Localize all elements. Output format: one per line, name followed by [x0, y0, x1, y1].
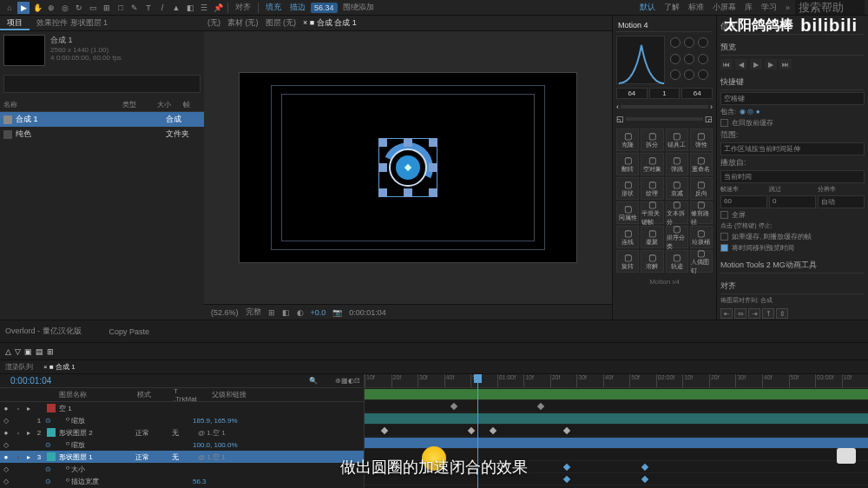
tab-effect-controls[interactable]: 效果控件 形状图层 1: [30, 16, 115, 30]
motion-button[interactable]: ▢平滑关键帧: [641, 201, 663, 224]
ease-out-val[interactable]: 64: [681, 88, 713, 99]
motion-button[interactable]: ▢排序分类: [666, 226, 688, 248]
timeline-layer-row[interactable]: ●•▸空 1: [0, 402, 364, 414]
motion-button[interactable]: ▢空对象: [641, 153, 663, 175]
next-frame-icon[interactable]: ▶: [765, 59, 777, 69]
motion-button[interactable]: ▢连线: [616, 226, 639, 248]
transform-handle[interactable]: [378, 163, 387, 172]
workspace-small[interactable]: 小屏幕: [709, 2, 740, 13]
composition-viewer[interactable]: [204, 31, 612, 304]
ease-slider[interactable]: [621, 105, 708, 109]
mask-icon[interactable]: ◧: [282, 308, 290, 317]
type-tool-icon[interactable]: T: [142, 2, 155, 14]
keyframe-icon[interactable]: [468, 427, 475, 434]
motion-button[interactable]: ▢重命名: [690, 153, 713, 175]
rect-tool-icon[interactable]: □: [115, 2, 127, 14]
time-ruler[interactable]: 10f20f30f40f50f01:00f10f20f30f40f50f02:0…: [365, 374, 868, 388]
keyframe-icon[interactable]: [563, 464, 570, 471]
stroke-width[interactable]: 56.34: [311, 3, 338, 13]
motion-button[interactable]: ▢同属性: [616, 201, 639, 224]
speed-slider[interactable]: [626, 117, 703, 121]
camera-tool-icon[interactable]: ▭: [87, 2, 99, 14]
channel-icon[interactable]: ◐: [297, 308, 304, 317]
add-label[interactable]: 围绕添加: [339, 2, 378, 13]
workspace-default[interactable]: 默认: [636, 2, 659, 13]
motion-button[interactable]: ▢反向: [690, 177, 713, 200]
copypaste-tab[interactable]: Copy Paste: [109, 327, 150, 336]
col-size[interactable]: 大小: [157, 100, 183, 109]
ease-mid-val[interactable]: 1: [649, 88, 681, 99]
align-hcenter-icon[interactable]: ⇔: [734, 308, 746, 319]
keyframe-icon[interactable]: [641, 464, 648, 471]
motion-button[interactable]: ▢旋转: [616, 250, 639, 273]
exposure-value[interactable]: +0.0: [311, 308, 326, 317]
layer-bar[interactable]: [365, 413, 868, 424]
motion-button[interactable]: ▢弹性: [690, 129, 713, 151]
selection-tool-icon[interactable]: ▶: [17, 2, 30, 14]
workspace-study[interactable]: 学习: [758, 2, 780, 13]
slider-icon[interactable]: ◲: [705, 115, 713, 123]
motion-button[interactable]: ▢垃圾桶: [690, 226, 713, 248]
transform-handle[interactable]: [378, 188, 387, 197]
overlord-tab[interactable]: Overlord - 量亿汉化版: [5, 326, 82, 337]
tab-project[interactable]: 项目: [0, 16, 30, 30]
rotate-tool-icon[interactable]: ↻: [73, 2, 85, 14]
pen-tool-icon[interactable]: ✎: [128, 2, 141, 14]
project-item-solids[interactable]: 纯色 文件夹: [0, 127, 204, 142]
keyframe-icon[interactable]: [537, 403, 544, 410]
keyframe-icon[interactable]: [381, 427, 388, 434]
transform-handle[interactable]: [429, 138, 437, 147]
col-trkmat[interactable]: T .TrkMat: [168, 387, 207, 403]
play-cached-checkbox[interactable]: [720, 233, 728, 241]
fps-field[interactable]: 60: [720, 195, 767, 208]
timeline-layer-row[interactable]: ◇1⊙ᴼ 缩放185.9, 165.9%: [0, 414, 364, 426]
motion-button[interactable]: ▢纹理: [641, 177, 663, 200]
fullscreen-checkbox[interactable]: [720, 211, 728, 219]
col-parent[interactable]: 父级和链接: [207, 390, 252, 399]
timeline-layer-row[interactable]: ◇⊙ᴼ 缩放100.0, 100.0%: [0, 439, 364, 451]
transform-handle[interactable]: [404, 138, 412, 147]
tl-tool-icon[interactable]: ▽: [15, 347, 21, 356]
motion-button[interactable]: ▢克隆: [616, 129, 639, 151]
workspace-standard[interactable]: 标准: [685, 2, 707, 13]
easing-preset[interactable]: [698, 69, 708, 80]
workspace-lib[interactable]: 库: [741, 2, 756, 13]
comp-tab-none1[interactable]: (无): [207, 17, 220, 29]
composition-canvas[interactable]: [239, 72, 577, 263]
motion-button[interactable]: ▢文本拆分: [666, 201, 688, 224]
last-frame-icon[interactable]: ⏭: [779, 59, 792, 69]
easing-preset[interactable]: [684, 54, 694, 64]
transform-handle[interactable]: [404, 188, 412, 197]
easing-preset[interactable]: [698, 37, 708, 48]
puppet-tool-icon[interactable]: 📌: [212, 2, 224, 14]
tl-icon[interactable]: ▦: [341, 377, 348, 385]
motion-button[interactable]: ▢溶解: [641, 250, 663, 273]
orbit-tool-icon[interactable]: ◎: [59, 2, 71, 14]
current-time[interactable]: 0:00:01:04: [3, 376, 58, 386]
first-frame-icon[interactable]: ⏮: [720, 59, 733, 69]
easing-preset[interactable]: [670, 54, 681, 64]
motion-button[interactable]: ▢轨迹: [666, 250, 688, 273]
eraser-tool-icon[interactable]: ◧: [184, 2, 196, 14]
motion-button[interactable]: ▢修剪路径: [690, 201, 713, 224]
render-queue-tab[interactable]: 渲染队列: [5, 362, 33, 372]
col-name[interactable]: 名称: [3, 100, 122, 109]
project-search-input[interactable]: [3, 75, 201, 93]
skip-field[interactable]: 0: [769, 195, 816, 208]
align-right-icon[interactable]: ⇥: [748, 308, 760, 319]
timeline-comp-tab[interactable]: × ■ 合成 1: [43, 362, 76, 372]
range-dropdown[interactable]: 工作区域按当前时间延伸: [720, 142, 865, 155]
keyframe-icon[interactable]: [490, 427, 496, 434]
tl-icon[interactable]: ⊕: [335, 377, 341, 385]
workspace-learn[interactable]: 了解: [661, 2, 683, 13]
tl-tool-icon[interactable]: ⊞: [47, 347, 54, 356]
motion-button[interactable]: ▢形状: [616, 177, 639, 200]
tl-tool-icon[interactable]: △: [5, 347, 11, 356]
easing-preset[interactable]: [670, 69, 681, 80]
motion-button[interactable]: ▢翻转: [616, 153, 639, 175]
motion-button[interactable]: ▢拆分: [641, 129, 663, 151]
project-item-comp[interactable]: 合成 1 合成: [0, 112, 204, 127]
comp-tab-active[interactable]: × ■ 合成 合成 1: [303, 17, 357, 29]
tl-search-icon[interactable]: 🔍: [309, 377, 318, 385]
keyframe-icon[interactable]: [563, 476, 570, 483]
